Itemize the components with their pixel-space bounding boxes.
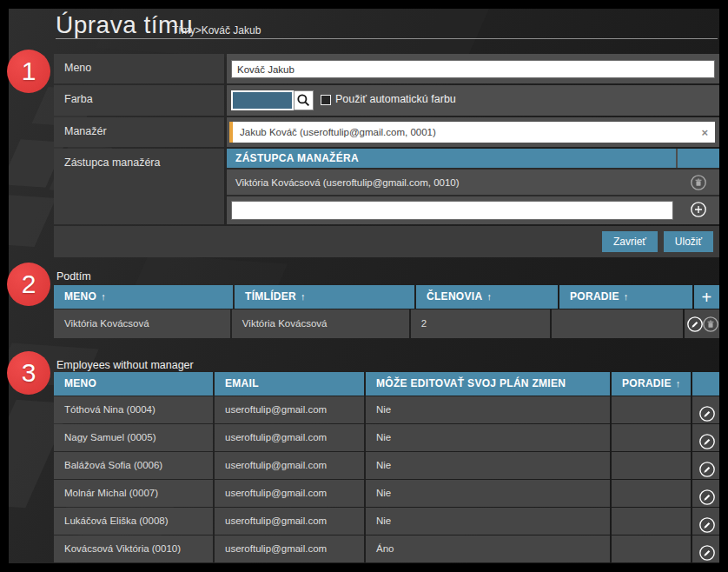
row-actions <box>692 535 719 562</box>
name-label: Meno <box>54 54 224 83</box>
cell-email: useroftulip@gmail.com <box>215 535 364 562</box>
cell-meno: Lukáčová Eliška (0008) <box>54 508 213 535</box>
sort-asc-icon: ↑ <box>301 291 306 302</box>
column-header-timlider[interactable]: TÍMLÍDER↑ <box>235 285 414 309</box>
edit-icon[interactable] <box>686 316 704 333</box>
edit-icon[interactable] <box>698 544 716 562</box>
deputy-add-cell <box>227 196 676 223</box>
row-actions <box>692 508 719 535</box>
row-actions <box>692 452 719 479</box>
edit-icon[interactable] <box>698 461 716 478</box>
table-row: Viktória Kovácsová Viktória Kovácsová 2 <box>54 309 719 338</box>
cell-can-edit: Nie <box>366 396 610 423</box>
column-header-email[interactable]: EMAIL <box>215 372 364 396</box>
manager-selected-text: Jakub Kováč (useroftulip@gmail.com, 0001… <box>240 127 436 137</box>
employees-table-header: MENO EMAIL MÔŽE EDITOVAŤ SVOJ PLÁN ZMIEN… <box>54 372 719 396</box>
cell-meno: Molnár Michal (0007) <box>54 480 213 507</box>
table-row: Kovácsová Viktória (0010) useroftulip@gm… <box>54 535 719 562</box>
deputy-table-header: ZÁSTUPCA MANAŽÉRA <box>227 149 719 168</box>
cell-poradie <box>612 424 691 451</box>
deputy-row: Viktória Kovácsová (useroftulip@gmail.co… <box>227 168 719 195</box>
table-row: Nagy Samuel (0005) useroftulip@gmail.com… <box>54 424 719 451</box>
manager-value-cell: Jakub Kováč (useroftulip@gmail.com, 0001… <box>227 117 719 147</box>
manager-selected-item[interactable]: Jakub Kováč (useroftulip@gmail.com, 0001… <box>229 122 715 143</box>
form-footer: Zavrieť Uložiť <box>54 226 719 257</box>
deputy-add-row <box>227 195 719 223</box>
delete-icon[interactable] <box>702 316 719 333</box>
color-swatch[interactable] <box>231 90 294 110</box>
auto-color-checkbox[interactable] <box>321 95 331 105</box>
cell-meno: Nagy Samuel (0005) <box>54 424 213 451</box>
subteams-table-header: MENO↑ TÍMLÍDER↑ ČLENOVIA↑ PORADIE↑ + <box>54 285 719 309</box>
cell-can-edit: Nie <box>366 508 610 535</box>
deputy-value-cell: ZÁSTUPCA MANAŽÉRA Viktória Kovácsová (us… <box>227 149 719 224</box>
add-icon[interactable] <box>690 201 707 218</box>
deputy-table: ZÁSTUPCA MANAŽÉRA Viktória Kovácsová (us… <box>227 149 719 223</box>
deputy-row-actions <box>678 170 719 195</box>
sort-asc-icon: ↑ <box>101 291 106 302</box>
cell-can-edit: Áno <box>366 535 610 562</box>
name-value-cell <box>227 54 719 83</box>
cell-poradie <box>612 480 691 507</box>
cell-clenovia: 2 <box>411 309 551 338</box>
clear-icon[interactable]: × <box>701 126 708 139</box>
column-header-can-edit-plan[interactable]: MÔŽE EDITOVAŤ SVOJ PLÁN ZMIEN <box>366 372 610 396</box>
annotation-circle-1: 1 <box>7 50 50 93</box>
edit-icon[interactable] <box>698 405 716 422</box>
sort-asc-icon: ↑ <box>676 378 681 389</box>
cell-poradie <box>612 396 691 423</box>
cell-can-edit: Nie <box>366 424 610 451</box>
background-shape <box>9 195 56 247</box>
row-actions <box>685 309 719 338</box>
table-row: Molnár Michal (0007) useroftulip@gmail.c… <box>54 480 719 507</box>
cell-email: useroftulip@gmail.com <box>215 508 364 535</box>
column-header-poradie[interactable]: PORADIE↑ <box>559 285 692 309</box>
breadcrumb[interactable]: Tímy>Kováč Jakub <box>172 24 261 37</box>
form-row-deputy: Zástupca manažéra ZÁSTUPCA MANAŽÉRA Vikt… <box>54 149 719 224</box>
close-button[interactable]: Zavrieť <box>602 231 658 252</box>
form-row-name: Meno <box>54 54 719 83</box>
cell-email: useroftulip@gmail.com <box>215 480 364 507</box>
edit-icon[interactable] <box>698 433 716 450</box>
color-value-cell: Použiť automatickú farbu <box>227 85 719 116</box>
color-label: Farba <box>54 85 224 116</box>
page-background: Úprava tímu Tímy>Kováč Jakub Meno Farba <box>9 9 719 563</box>
employees-header-actions <box>692 372 719 396</box>
team-edit-form: Meno Farba Použiť automatickú farbu <box>54 54 719 257</box>
form-row-manager: Manažér Jakub Kováč (useroftulip@gmail.c… <box>54 117 719 147</box>
row-actions <box>692 396 719 423</box>
search-icon <box>295 92 312 109</box>
column-header-meno[interactable]: MENO <box>54 372 213 396</box>
cell-meno: Kovácsová Viktória (0010) <box>54 535 213 562</box>
cell-meno: Viktória Kovácsová <box>54 309 230 338</box>
color-picker-button[interactable] <box>294 90 314 110</box>
cell-meno: Tóthová Nina (0004) <box>54 396 213 423</box>
column-header-meno[interactable]: MENO↑ <box>54 285 233 309</box>
deputy-add-input[interactable] <box>231 201 673 220</box>
cell-timlider: Viktória Kovácsová <box>232 309 409 338</box>
column-header-poradie[interactable]: PORADIE↑ <box>612 372 691 396</box>
table-row: Balážová Sofia (0006) useroftulip@gmail.… <box>54 452 719 479</box>
app-window: Úprava tímu Tímy>Kováč Jakub Meno Farba <box>0 0 728 572</box>
cell-poradie <box>552 309 683 338</box>
deputy-header-cell: ZÁSTUPCA MANAŽÉRA <box>227 149 676 168</box>
sort-asc-icon: ↑ <box>486 291 492 302</box>
save-button[interactable]: Uložiť <box>664 231 713 252</box>
add-subteam-button[interactable]: + <box>702 289 712 306</box>
table-row: Tóthová Nina (0004) useroftulip@gmail.co… <box>54 396 719 423</box>
cell-email: useroftulip@gmail.com <box>215 424 364 451</box>
edit-icon[interactable] <box>698 489 716 506</box>
deputy-header-actions-cell <box>678 149 719 168</box>
annotation-circle-3: 3 <box>7 351 50 395</box>
employees-table: MENO EMAIL MÔŽE EDITOVAŤ SVOJ PLÁN ZMIEN… <box>54 372 719 562</box>
row-actions <box>692 424 719 451</box>
delete-icon[interactable] <box>690 174 707 191</box>
row-actions <box>692 480 719 507</box>
column-header-clenovia[interactable]: ČLENOVIA↑ <box>416 285 558 309</box>
cell-can-edit: Nie <box>366 452 610 479</box>
deputy-add-actions <box>678 196 719 223</box>
sort-asc-icon: ↑ <box>624 291 629 302</box>
edit-icon[interactable] <box>698 516 716 534</box>
form-row-color: Farba Použiť automatickú farbu <box>54 85 719 116</box>
name-input[interactable] <box>231 60 715 78</box>
